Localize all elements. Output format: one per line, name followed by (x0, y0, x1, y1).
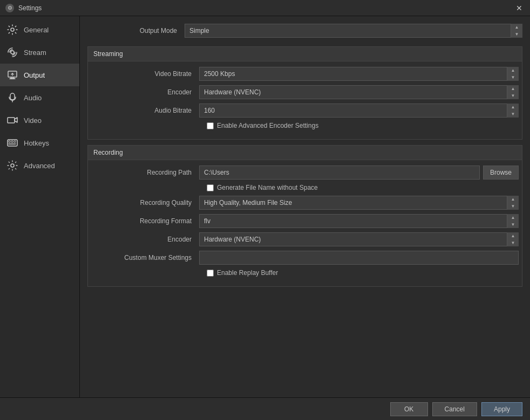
sidebar-item-advanced-label: Advanced (24, 162, 55, 170)
hotkeys-icon (6, 137, 18, 149)
recording-path-label: Recording Path (91, 169, 199, 176)
recording-path-wrap: Browse (199, 166, 519, 180)
sidebar-item-hotkeys-label: Hotkeys (24, 139, 49, 147)
cancel-button[interactable]: Cancel (432, 402, 477, 416)
recording-encoder-select[interactable]: Hardware (NVENC) Software (x264) (199, 232, 519, 246)
streaming-encoder-label: Encoder (91, 88, 199, 96)
content-area: Output Mode Simple Advanced ▲ ▼ Streamin… (80, 16, 530, 397)
output-mode-down[interactable]: ▼ (511, 31, 522, 38)
svg-rect-7 (8, 118, 15, 123)
video-bitrate-wrap: ▲ ▼ (199, 67, 519, 81)
title-bar-left: ⚙ Settings (5, 4, 42, 12)
svg-rect-12 (9, 143, 16, 144)
ok-button[interactable]: OK (390, 402, 428, 416)
custom-muxer-input[interactable] (199, 251, 519, 265)
output-mode-select[interactable]: Simple Advanced (185, 24, 522, 38)
enable-advanced-label[interactable]: Enable Advanced Encoder Settings (217, 122, 318, 129)
recording-path-row: Recording Path Browse (91, 166, 519, 180)
advanced-icon (6, 160, 18, 171)
custom-muxer-row: Custom Muxer Settings (91, 251, 519, 265)
sidebar-item-output-label: Output (24, 71, 45, 79)
output-mode-up[interactable]: ▲ (511, 24, 522, 31)
video-bitrate-up[interactable]: ▲ (507, 67, 519, 74)
svg-point-13 (11, 164, 14, 167)
streaming-encoder-wrap: Hardware (NVENC) Software (x264) ▲ ▼ (199, 85, 519, 99)
video-icon (6, 114, 18, 126)
streaming-encoder-select[interactable]: Hardware (NVENC) Software (x264) (199, 85, 519, 99)
sidebar-item-stream[interactable]: Stream (0, 41, 79, 64)
main-layout: General Stream (0, 16, 530, 397)
sidebar-item-video-label: Video (24, 116, 42, 125)
sidebar-item-advanced[interactable]: Advanced (0, 154, 79, 177)
recording-encoder-up[interactable]: ▲ (507, 232, 519, 239)
svg-rect-11 (14, 141, 16, 142)
recording-quality-label: Recording Quality (91, 199, 199, 206)
recording-format-wrap: flv mp4 mkv mov ▲ ▼ (199, 214, 519, 228)
footer: OK Cancel Apply (0, 397, 530, 420)
recording-body: Recording Path Browse Generate File Name… (88, 160, 522, 286)
svg-rect-9 (9, 141, 10, 142)
stream-icon (6, 46, 18, 58)
recording-format-label: Recording Format (91, 217, 199, 225)
enable-replay-label[interactable]: Enable Replay Buffer (217, 269, 278, 277)
enable-replay-row: Enable Replay Buffer (91, 269, 519, 277)
sidebar-item-hotkeys[interactable]: Hotkeys (0, 132, 79, 154)
enable-replay-checkbox[interactable] (207, 270, 214, 277)
recording-format-row: Recording Format flv mp4 mkv mov ▲ ▼ (91, 214, 519, 228)
output-mode-select-wrap: Simple Advanced ▲ ▼ (185, 24, 522, 38)
recording-header: Recording (88, 146, 522, 160)
audio-bitrate-label: Audio Bitrate (91, 107, 199, 114)
audio-bitrate-spinner: ▲ ▼ (507, 104, 519, 118)
recording-format-spinner: ▲ ▼ (507, 214, 519, 228)
sidebar-item-stream-label: Stream (24, 49, 46, 57)
streaming-body: Video Bitrate ▲ ▼ Encoder Hardware (88, 61, 522, 139)
recording-quality-row: Recording Quality High Quality, Medium F… (91, 196, 519, 210)
recording-quality-down[interactable]: ▼ (507, 203, 519, 210)
recording-section: Recording Recording Path Browse Generate… (87, 145, 522, 287)
recording-encoder-down[interactable]: ▼ (507, 239, 519, 246)
audio-bitrate-up[interactable]: ▲ (507, 104, 519, 111)
recording-format-down[interactable]: ▼ (507, 221, 519, 228)
recording-format-select[interactable]: flv mp4 mkv mov (199, 214, 519, 228)
enable-advanced-checkbox[interactable] (207, 122, 214, 129)
recording-encoder-spinner: ▲ ▼ (507, 232, 519, 246)
sidebar-item-output[interactable]: Output (0, 64, 79, 86)
general-icon (6, 24, 18, 36)
custom-muxer-label: Custom Muxer Settings (91, 254, 199, 261)
svg-point-1 (11, 51, 14, 54)
video-bitrate-down[interactable]: ▼ (507, 74, 519, 81)
output-icon (6, 69, 18, 81)
generate-filename-label[interactable]: Generate File Name without Space (217, 184, 318, 191)
audio-bitrate-down[interactable]: ▼ (507, 111, 519, 118)
generate-filename-row: Generate File Name without Space (91, 184, 519, 191)
recording-quality-select[interactable]: High Quality, Medium File Size Indisting… (199, 196, 519, 210)
browse-button[interactable]: Browse (483, 166, 519, 180)
recording-path-input[interactable] (199, 166, 480, 180)
recording-quality-up[interactable]: ▲ (507, 196, 519, 203)
streaming-encoder-up[interactable]: ▲ (507, 85, 519, 92)
streaming-section: Streaming Video Bitrate ▲ ▼ Encoder (87, 46, 522, 140)
recording-quality-spinner: ▲ ▼ (507, 196, 519, 210)
close-button[interactable]: ✕ (514, 3, 525, 13)
output-mode-row: Output Mode Simple Advanced ▲ ▼ (87, 22, 522, 40)
sidebar-item-video[interactable]: Video (0, 109, 79, 132)
generate-filename-checkbox[interactable] (207, 184, 214, 191)
streaming-encoder-row: Encoder Hardware (NVENC) Software (x264)… (91, 85, 519, 99)
audio-icon (6, 92, 18, 104)
output-mode-label: Output Mode (87, 27, 185, 35)
output-mode-spinner: ▲ ▼ (511, 24, 522, 38)
window-title: Settings (18, 4, 42, 12)
streaming-encoder-spinner: ▲ ▼ (507, 85, 519, 99)
recording-quality-wrap: High Quality, Medium File Size Indisting… (199, 196, 519, 210)
streaming-encoder-down[interactable]: ▼ (507, 92, 519, 99)
recording-format-up[interactable]: ▲ (507, 214, 519, 221)
svg-rect-10 (11, 141, 13, 142)
sidebar-item-audio[interactable]: Audio (0, 86, 79, 109)
video-bitrate-input[interactable] (199, 67, 519, 81)
apply-button[interactable]: Apply (481, 402, 522, 416)
sidebar-item-general[interactable]: General (0, 18, 79, 41)
video-bitrate-spinner: ▲ ▼ (507, 67, 519, 81)
sidebar-item-general-label: General (24, 26, 49, 34)
audio-bitrate-select[interactable]: 160 128 192 320 (199, 104, 519, 118)
custom-muxer-wrap (199, 251, 519, 265)
